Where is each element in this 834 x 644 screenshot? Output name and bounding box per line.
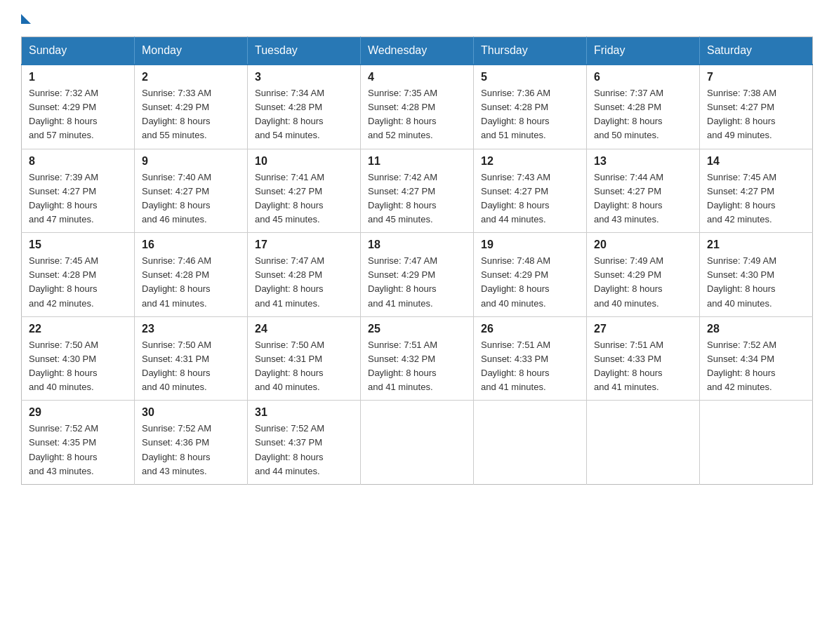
calendar-day-cell: 21Sunrise: 7:49 AMSunset: 4:30 PMDayligh… <box>700 233 813 317</box>
calendar-day-cell: 25Sunrise: 7:51 AMSunset: 4:32 PMDayligh… <box>361 316 474 401</box>
day-info: Sunrise: 7:33 AMSunset: 4:29 PMDaylight:… <box>142 86 240 143</box>
day-of-week-header: Wednesday <box>361 37 474 65</box>
day-info: Sunrise: 7:52 AMSunset: 4:35 PMDaylight:… <box>29 422 127 478</box>
day-info: Sunrise: 7:47 AMSunset: 4:28 PMDaylight:… <box>255 254 353 311</box>
day-number: 24 <box>255 323 353 335</box>
calendar-day-cell: 18Sunrise: 7:47 AMSunset: 4:29 PMDayligh… <box>361 233 474 317</box>
day-number: 12 <box>481 155 579 168</box>
calendar-day-cell <box>587 401 700 485</box>
day-number: 22 <box>29 323 127 335</box>
calendar-week-row: 15Sunrise: 7:45 AMSunset: 4:28 PMDayligh… <box>22 233 813 317</box>
day-number: 27 <box>594 323 692 335</box>
page-header <box>21 14 813 22</box>
day-info: Sunrise: 7:50 AMSunset: 4:31 PMDaylight:… <box>142 338 240 395</box>
day-number: 10 <box>255 155 353 168</box>
calendar-week-row: 8Sunrise: 7:39 AMSunset: 4:27 PMDaylight… <box>22 149 813 233</box>
day-number: 19 <box>481 239 579 251</box>
calendar-day-cell: 8Sunrise: 7:39 AMSunset: 4:27 PMDaylight… <box>22 149 135 233</box>
calendar-day-cell: 12Sunrise: 7:43 AMSunset: 4:27 PMDayligh… <box>474 149 587 233</box>
day-number: 15 <box>29 239 127 251</box>
day-number: 7 <box>707 71 805 83</box>
calendar-day-cell: 19Sunrise: 7:48 AMSunset: 4:29 PMDayligh… <box>474 233 587 317</box>
calendar-day-cell: 11Sunrise: 7:42 AMSunset: 4:27 PMDayligh… <box>361 149 474 233</box>
day-info: Sunrise: 7:38 AMSunset: 4:27 PMDaylight:… <box>707 86 805 143</box>
day-number: 13 <box>594 155 692 168</box>
day-number: 9 <box>142 155 240 168</box>
day-number: 5 <box>481 71 579 83</box>
day-info: Sunrise: 7:52 AMSunset: 4:36 PMDaylight:… <box>142 422 240 478</box>
day-number: 26 <box>481 323 579 335</box>
day-info: Sunrise: 7:37 AMSunset: 4:28 PMDaylight:… <box>594 86 692 143</box>
calendar-header: SundayMondayTuesdayWednesdayThursdayFrid… <box>22 37 813 65</box>
day-number: 16 <box>142 239 240 251</box>
day-number: 31 <box>255 406 353 419</box>
day-info: Sunrise: 7:44 AMSunset: 4:27 PMDaylight:… <box>594 170 692 227</box>
day-info: Sunrise: 7:50 AMSunset: 4:31 PMDaylight:… <box>255 338 353 395</box>
day-info: Sunrise: 7:34 AMSunset: 4:28 PMDaylight:… <box>255 86 353 143</box>
day-info: Sunrise: 7:51 AMSunset: 4:33 PMDaylight:… <box>594 338 692 395</box>
calendar-day-cell <box>474 401 587 485</box>
day-number: 28 <box>707 323 805 335</box>
day-info: Sunrise: 7:49 AMSunset: 4:29 PMDaylight:… <box>594 254 692 311</box>
calendar-day-cell: 5Sunrise: 7:36 AMSunset: 4:28 PMDaylight… <box>474 65 587 149</box>
day-number: 17 <box>255 239 353 251</box>
day-info: Sunrise: 7:43 AMSunset: 4:27 PMDaylight:… <box>481 170 579 227</box>
calendar-day-cell: 20Sunrise: 7:49 AMSunset: 4:29 PMDayligh… <box>587 233 700 317</box>
day-info: Sunrise: 7:51 AMSunset: 4:33 PMDaylight:… <box>481 338 579 395</box>
day-info: Sunrise: 7:36 AMSunset: 4:28 PMDaylight:… <box>481 86 579 143</box>
day-number: 1 <box>29 71 127 83</box>
day-info: Sunrise: 7:48 AMSunset: 4:29 PMDaylight:… <box>481 254 579 311</box>
calendar-day-cell: 17Sunrise: 7:47 AMSunset: 4:28 PMDayligh… <box>248 233 361 317</box>
day-of-week-header: Saturday <box>700 37 813 65</box>
calendar-table: SundayMondayTuesdayWednesdayThursdayFrid… <box>21 36 813 485</box>
calendar-day-cell: 26Sunrise: 7:51 AMSunset: 4:33 PMDayligh… <box>474 316 587 401</box>
day-info: Sunrise: 7:47 AMSunset: 4:29 PMDaylight:… <box>368 254 466 311</box>
day-info: Sunrise: 7:45 AMSunset: 4:27 PMDaylight:… <box>707 170 805 227</box>
day-number: 11 <box>368 155 466 168</box>
calendar-week-row: 22Sunrise: 7:50 AMSunset: 4:30 PMDayligh… <box>22 316 813 401</box>
calendar-day-cell <box>361 401 474 485</box>
day-info: Sunrise: 7:42 AMSunset: 4:27 PMDaylight:… <box>368 170 466 227</box>
calendar-day-cell: 6Sunrise: 7:37 AMSunset: 4:28 PMDaylight… <box>587 65 700 149</box>
day-of-week-header: Friday <box>587 37 700 65</box>
day-info: Sunrise: 7:39 AMSunset: 4:27 PMDaylight:… <box>29 170 127 227</box>
calendar-day-cell: 9Sunrise: 7:40 AMSunset: 4:27 PMDaylight… <box>135 149 248 233</box>
calendar-day-cell: 23Sunrise: 7:50 AMSunset: 4:31 PMDayligh… <box>135 316 248 401</box>
day-number: 23 <box>142 323 240 335</box>
logo-triangle-icon <box>21 14 31 24</box>
calendar-day-cell: 28Sunrise: 7:52 AMSunset: 4:34 PMDayligh… <box>700 316 813 401</box>
day-number: 4 <box>368 71 466 83</box>
calendar-day-cell: 2Sunrise: 7:33 AMSunset: 4:29 PMDaylight… <box>135 65 248 149</box>
calendar-day-cell: 13Sunrise: 7:44 AMSunset: 4:27 PMDayligh… <box>587 149 700 233</box>
calendar-day-cell: 3Sunrise: 7:34 AMSunset: 4:28 PMDaylight… <box>248 65 361 149</box>
day-info: Sunrise: 7:52 AMSunset: 4:37 PMDaylight:… <box>255 422 353 478</box>
day-of-week-header: Tuesday <box>248 37 361 65</box>
day-info: Sunrise: 7:52 AMSunset: 4:34 PMDaylight:… <box>707 338 805 395</box>
days-of-week-row: SundayMondayTuesdayWednesdayThursdayFrid… <box>22 37 813 65</box>
calendar-day-cell: 27Sunrise: 7:51 AMSunset: 4:33 PMDayligh… <box>587 316 700 401</box>
day-number: 29 <box>29 406 127 419</box>
day-of-week-header: Sunday <box>22 37 135 65</box>
calendar-body: 1Sunrise: 7:32 AMSunset: 4:29 PMDaylight… <box>22 65 813 484</box>
calendar-day-cell: 10Sunrise: 7:41 AMSunset: 4:27 PMDayligh… <box>248 149 361 233</box>
day-info: Sunrise: 7:40 AMSunset: 4:27 PMDaylight:… <box>142 170 240 227</box>
day-number: 25 <box>368 323 466 335</box>
day-number: 6 <box>594 71 692 83</box>
calendar-day-cell <box>700 401 813 485</box>
calendar-week-row: 29Sunrise: 7:52 AMSunset: 4:35 PMDayligh… <box>22 401 813 485</box>
day-info: Sunrise: 7:49 AMSunset: 4:30 PMDaylight:… <box>707 254 805 311</box>
logo <box>21 14 31 22</box>
calendar-day-cell: 29Sunrise: 7:52 AMSunset: 4:35 PMDayligh… <box>22 401 135 485</box>
day-of-week-header: Monday <box>135 37 248 65</box>
day-of-week-header: Thursday <box>474 37 587 65</box>
day-number: 3 <box>255 71 353 83</box>
day-number: 30 <box>142 406 240 419</box>
day-number: 18 <box>368 239 466 251</box>
day-number: 14 <box>707 155 805 168</box>
calendar-day-cell: 7Sunrise: 7:38 AMSunset: 4:27 PMDaylight… <box>700 65 813 149</box>
day-number: 8 <box>29 155 127 168</box>
day-info: Sunrise: 7:45 AMSunset: 4:28 PMDaylight:… <box>29 254 127 311</box>
day-number: 2 <box>142 71 240 83</box>
day-info: Sunrise: 7:46 AMSunset: 4:28 PMDaylight:… <box>142 254 240 311</box>
calendar-day-cell: 15Sunrise: 7:45 AMSunset: 4:28 PMDayligh… <box>22 233 135 317</box>
